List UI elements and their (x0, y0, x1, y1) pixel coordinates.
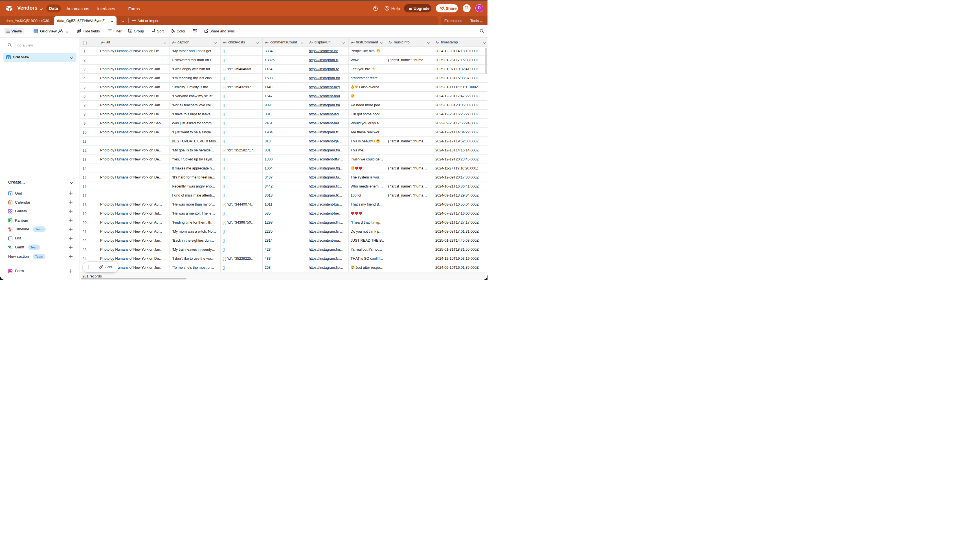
svg-text:31: 31 (9, 202, 11, 204)
